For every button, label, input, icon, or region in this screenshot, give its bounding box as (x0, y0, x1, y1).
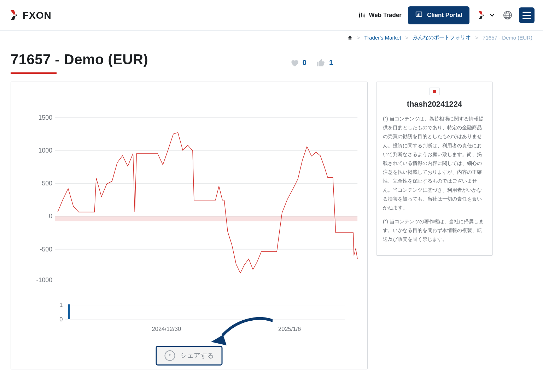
client-portal-button[interactable]: Client Portal (408, 6, 469, 24)
brand-logo[interactable]: FXON (8, 8, 76, 22)
app-header: FXON Web Trader Client Po (0, 0, 543, 31)
web-trader-label: Web Trader (369, 12, 402, 19)
equity-line-chart: 1500 1000 500 0 -500 -1000 (17, 85, 361, 293)
page: 71657 - Demo (EUR) 0 1 (0, 41, 543, 369)
svg-rect-9 (417, 14, 418, 16)
brand-switch[interactable] (476, 9, 496, 21)
svg-text:2025/1/6: 2025/1/6 (278, 326, 301, 332)
heart-icon (290, 58, 299, 67)
chart-wrap: 1500 1000 500 0 -500 -1000 1 0 (17, 85, 361, 335)
svg-rect-32 (68, 304, 70, 319)
breadcrumb-sep: > (475, 35, 478, 41)
share-button[interactable]: シェアする (156, 346, 223, 366)
page-title: 71657 - Demo (EUR) (11, 52, 148, 67)
header-actions: Web Trader Client Portal (358, 6, 535, 24)
home-icon[interactable] (347, 35, 353, 41)
svg-rect-3 (359, 13, 360, 18)
portal-icon (415, 11, 423, 20)
svg-text:0: 0 (49, 213, 52, 220)
svg-rect-15 (55, 216, 357, 221)
candles-icon (358, 11, 366, 19)
svg-rect-10 (418, 13, 419, 16)
svg-point-12 (483, 14, 484, 16)
svg-text:1500: 1500 (38, 114, 52, 121)
favorites-stat[interactable]: 0 (290, 58, 306, 67)
sidebar-username: thash20241224 (383, 100, 486, 109)
likes-count: 1 (329, 59, 333, 67)
client-portal-label: Client Portal (427, 12, 462, 19)
likes-stat[interactable]: 1 (316, 58, 333, 67)
breadcrumb-current: 71657 - Demo (EUR) (483, 35, 532, 41)
volume-mini-chart: 1 0 2024/12/30 2025/1/6 (17, 296, 361, 335)
share-label: シェアする (180, 351, 214, 360)
svg-text:-500: -500 (40, 246, 52, 253)
svg-rect-11 (420, 13, 420, 16)
page-stats: 0 1 (290, 58, 333, 67)
breadcrumb-sep: > (405, 35, 409, 41)
svg-text:1000: 1000 (38, 147, 52, 154)
svg-text:2024/12/30: 2024/12/30 (152, 326, 181, 332)
share-icon (165, 350, 175, 361)
svg-point-0 (16, 14, 17, 16)
sidebar-disclaimer-2: (*) 当コンテンツの著作権は、当社に帰属します。いかなる目的を問わず本情報の複… (383, 217, 486, 244)
thumb-up-icon (316, 58, 326, 67)
breadcrumb-link-1[interactable]: Trader's Market (364, 35, 401, 41)
svg-text:-1000: -1000 (36, 277, 53, 284)
globe-icon[interactable] (503, 10, 513, 20)
svg-text:0: 0 (59, 316, 63, 322)
breadcrumb: > Trader's Market > みんなのポートフォリオ > 71657 … (0, 31, 543, 41)
sidebar-disclaimer-1: (*) 当コンテンツは、為替相場に関する情報提供を目的としたものであり、特定の金… (383, 114, 486, 212)
breadcrumb-sep: > (357, 35, 360, 41)
svg-text:500: 500 (42, 180, 52, 187)
chart-card: 1500 1000 500 0 -500 -1000 1 0 (11, 82, 368, 369)
breadcrumb-link-2[interactable]: みんなのポートフォリオ (413, 34, 471, 41)
chevron-down-icon (489, 12, 495, 18)
content: 1500 1000 500 0 -500 -1000 1 0 (11, 82, 532, 369)
svg-rect-5 (362, 12, 362, 18)
menu-button[interactable] (519, 7, 535, 23)
sidebar-card: thash20241224 (*) 当コンテンツは、為替相場に関する情報提供を目… (376, 82, 493, 256)
svg-text:1: 1 (59, 302, 63, 308)
title-bar: 71657 - Demo (EUR) 0 1 (11, 52, 333, 74)
title-underline (11, 72, 57, 74)
favorites-count: 0 (303, 59, 306, 67)
svg-text:FXON: FXON (23, 10, 52, 21)
web-trader-link[interactable]: Web Trader (358, 11, 402, 19)
svg-rect-7 (364, 13, 364, 18)
country-flag (383, 88, 486, 95)
